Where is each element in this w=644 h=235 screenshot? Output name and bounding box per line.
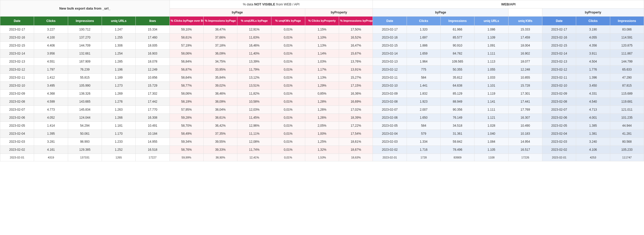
col-header[interactable]: uniq URLs (102, 17, 135, 26)
cell[interactable]: 1.105 (474, 146, 508, 154)
cell[interactable]: 38,04% (203, 106, 237, 114)
cell[interactable]: 50.061 (68, 130, 102, 138)
col-header[interactable]: Clicks (576, 17, 610, 26)
cell[interactable]: 1.650 (407, 114, 440, 122)
cell[interactable]: 2023-02-09 (373, 90, 407, 98)
cell[interactable]: 12,41% (237, 154, 271, 161)
cell[interactable]: 15.334 (136, 26, 170, 34)
cell[interactable]: 1.055 (474, 66, 508, 74)
cell[interactable]: 1.776 (576, 66, 610, 74)
cell[interactable]: 58,77% (170, 82, 203, 90)
cell[interactable]: 4.368 (34, 90, 68, 98)
table-row[interactable]: 2023-02-154.406144.7091.30618.00557,19%3… (0, 42, 644, 50)
cell[interactable]: 1.189 (102, 74, 135, 82)
cell[interactable]: 34,75% (203, 58, 237, 66)
cell[interactable]: 57,19% (170, 42, 203, 50)
cell[interactable]: 59,34% (170, 138, 203, 146)
cell[interactable]: 2023-02-08 (0, 98, 34, 106)
cell[interactable]: 144.799 (610, 58, 644, 66)
cell[interactable]: 0,01% (271, 34, 305, 42)
cell[interactable]: 88.949 (441, 98, 474, 106)
cell[interactable]: 59,10% (170, 26, 203, 34)
cell[interactable]: 38,46% (203, 90, 237, 98)
cell[interactable]: 2023-02-05 (542, 122, 576, 130)
cell[interactable]: 137.270 (68, 34, 102, 42)
cell[interactable]: 76.149 (441, 114, 474, 122)
cell[interactable]: 14.954 (508, 138, 542, 146)
cell[interactable]: 10.855 (508, 74, 542, 82)
cell[interactable]: 0,01% (271, 26, 305, 34)
cell[interactable]: 100.712 (68, 26, 102, 34)
cell[interactable]: 1,17% (305, 66, 339, 74)
cell[interactable]: 1,32% (305, 146, 339, 154)
cell[interactable]: 0,01% (271, 154, 305, 161)
cell[interactable]: 39,55% (203, 138, 237, 146)
cell[interactable]: 38,09% (203, 98, 237, 106)
cell[interactable]: 1,25% (305, 138, 339, 146)
cell[interactable]: 1,29% (305, 82, 339, 90)
cell[interactable]: 47.290 (610, 74, 644, 82)
cell[interactable]: 121.011 (610, 106, 644, 114)
cell[interactable]: 54.294 (68, 122, 102, 130)
cell[interactable]: 1.659 (407, 50, 440, 58)
col-header[interactable]: Impressions (441, 17, 474, 26)
col-header[interactable]: % Impressions byPage (203, 17, 237, 26)
cell[interactable]: 4.551 (34, 58, 68, 66)
cell[interactable]: 2023-02-15 (542, 42, 576, 50)
cell[interactable]: 15.729 (136, 82, 170, 90)
col-header[interactable]: % Clicks byProperty (305, 17, 339, 26)
cell[interactable]: 4.106 (576, 146, 610, 154)
cell[interactable]: 1.033 (474, 74, 508, 82)
cell[interactable]: 1,14% (305, 50, 339, 58)
cell[interactable]: 1.255 (102, 34, 135, 42)
cell[interactable]: 1265 (102, 154, 135, 161)
cell[interactable]: 1,03% (305, 58, 339, 66)
cell[interactable]: 15.333 (508, 26, 542, 34)
cell[interactable]: 775 (407, 66, 440, 74)
cell[interactable]: 2023-02-05 (373, 122, 407, 130)
table-row[interactable]: 2023-02-143.956132.6611.25416.90358,06%3… (0, 50, 644, 58)
cell[interactable]: 1.101 (474, 82, 508, 90)
cell[interactable]: 0,01% (271, 66, 305, 74)
cell[interactable]: 3.956 (34, 50, 68, 58)
cell[interactable]: 17,54% (339, 130, 373, 138)
cell[interactable]: 0,01% (271, 90, 305, 98)
cell[interactable]: 4.406 (34, 42, 68, 50)
cell[interactable]: 58,06% (170, 90, 203, 98)
col-header[interactable]: % Impresssions byProperty (339, 17, 373, 26)
cell[interactable]: 17.441 (508, 98, 542, 106)
cell[interactable]: 101.235 (610, 114, 644, 122)
cell[interactable]: 18.078 (136, 58, 170, 66)
cell[interactable]: 2023-02-04 (0, 130, 34, 138)
cell[interactable]: 11,40% (237, 50, 271, 58)
cell[interactable]: 0,85% (305, 90, 339, 98)
col-header[interactable]: Date (0, 17, 34, 26)
cell[interactable]: 1.334 (407, 138, 440, 146)
cell[interactable]: 579 (407, 130, 440, 138)
cell[interactable]: 17,02% (339, 106, 373, 114)
cell[interactable]: 1.797 (34, 66, 68, 74)
cell[interactable]: 111.867 (610, 50, 644, 58)
cell[interactable]: 16.307 (508, 114, 542, 122)
table-row[interactable]: 2023-02-041.39550.0611.17010.18458,49%37… (0, 130, 644, 138)
cell[interactable]: 64.638 (441, 82, 474, 90)
cell[interactable]: 18.004 (508, 42, 542, 50)
col-header[interactable]: Date (542, 17, 576, 26)
cell[interactable]: 16,36% (339, 90, 373, 98)
cell[interactable]: 1.086 (474, 26, 508, 34)
cell[interactable]: 1.414 (34, 122, 68, 130)
cell[interactable]: 36,09% (203, 50, 237, 58)
cell[interactable]: 2023-02-07 (542, 106, 576, 114)
cell[interactable]: 12,08% (237, 138, 271, 146)
cell[interactable]: 2023-02-08 (542, 98, 576, 106)
cell[interactable]: 111747 (610, 154, 644, 161)
cell[interactable]: 10.184 (136, 130, 170, 138)
cell[interactable]: 17.301 (508, 90, 542, 98)
cell[interactable]: 80.568 (610, 138, 644, 146)
cell[interactable]: 98.993 (68, 138, 102, 146)
cell[interactable]: 3.495 (34, 82, 68, 90)
cell[interactable]: 18.077 (508, 58, 542, 66)
table-row[interactable]: 2023-02-173.227100.7121.24715.33459,10%3… (0, 26, 644, 34)
cell[interactable]: 1.040 (474, 130, 508, 138)
cell[interactable]: 1.716 (407, 146, 440, 154)
